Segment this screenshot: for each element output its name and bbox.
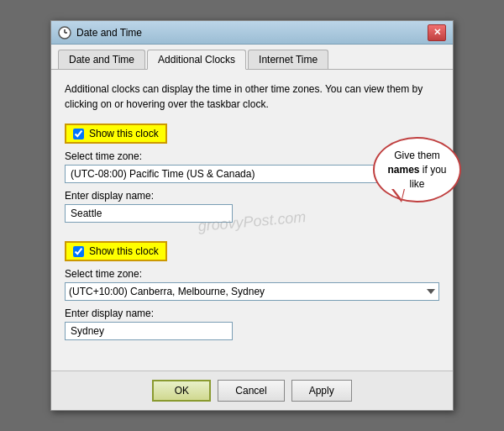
speech-text-before: Give them names if you like bbox=[387, 150, 446, 190]
clock2-displayname-field: Enter display name: bbox=[65, 307, 439, 347]
clock2-displayname-label: Enter display name: bbox=[65, 307, 439, 319]
tab-additional-clocks[interactable]: Additional Clocks bbox=[147, 50, 246, 70]
tab-date-time[interactable]: Date and Time bbox=[58, 50, 145, 69]
clock-icon bbox=[58, 26, 71, 39]
ok-button[interactable]: OK bbox=[152, 380, 211, 402]
tab-content: groovyPost.com Give them names if you li… bbox=[51, 70, 453, 371]
clock2-checkbox[interactable] bbox=[73, 246, 84, 257]
clock1-displayname-label: Enter display name: bbox=[65, 190, 439, 202]
footer: OK Cancel Apply bbox=[51, 371, 453, 410]
titlebar-left: Date and Time bbox=[58, 26, 142, 39]
description-text: Additional clocks can display the time i… bbox=[65, 81, 439, 112]
cancel-button[interactable]: Cancel bbox=[218, 380, 284, 402]
close-button[interactable]: ✕ bbox=[428, 24, 446, 41]
clock2-checkbox-label[interactable]: Show this clock bbox=[65, 241, 167, 261]
clock2-section: Show this clock Select time zone: (UTC+1… bbox=[65, 241, 439, 347]
tabs-bar: Date and Time Additional Clocks Internet… bbox=[51, 45, 453, 70]
clock2-displayname-input[interactable] bbox=[65, 322, 233, 340]
clock2-timezone-label: Select time zone: bbox=[65, 268, 439, 280]
dialog-window: Date and Time ✕ Date and Time Additional… bbox=[50, 20, 454, 411]
clock1-displayname-field: Enter display name: bbox=[65, 190, 439, 229]
speech-bubble: Give them names if you like bbox=[373, 137, 461, 202]
clock2-timezone-field: Select time zone: (UTC+10:00) Canberra, … bbox=[65, 268, 439, 307]
titlebar: Date and Time ✕ bbox=[51, 21, 453, 45]
clock2-timezone-select[interactable]: (UTC+10:00) Canberra, Melbourne, Sydney bbox=[65, 282, 439, 301]
clock1-checkbox[interactable] bbox=[73, 129, 84, 139]
apply-button[interactable]: Apply bbox=[291, 380, 352, 402]
titlebar-title: Date and Time bbox=[76, 27, 142, 39]
clock1-show-label: Show this clock bbox=[89, 128, 159, 139]
clock1-checkbox-label[interactable]: Show this clock bbox=[65, 124, 167, 144]
tab-internet-time[interactable]: Internet Time bbox=[248, 50, 328, 69]
clock2-show-label: Show this clock bbox=[89, 245, 159, 257]
clock1-displayname-input[interactable] bbox=[65, 204, 233, 223]
